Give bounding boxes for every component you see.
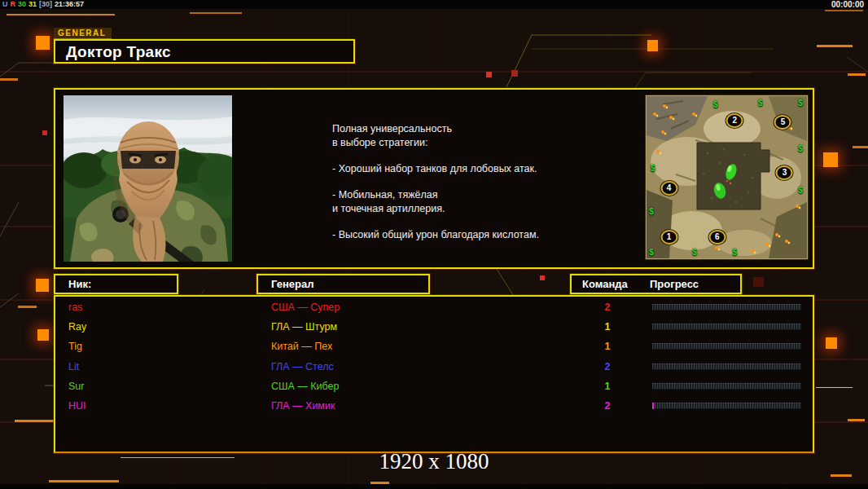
decor-square (823, 152, 838, 167)
general-description: Полная универсальностьв выборе стратегии… (332, 122, 625, 242)
start-position-marker: 1 (660, 230, 677, 244)
player-row: TigКитай — Пех1 (54, 337, 814, 357)
progress-bar (651, 342, 802, 350)
status-segment: 21:36:57 (55, 0, 84, 8)
general-name: Доктор Тракс (55, 41, 353, 61)
resource-icon: $ (798, 186, 803, 195)
decor-square (511, 70, 518, 77)
resource-icon: $ (758, 98, 763, 107)
bottom-letterbox-bar (0, 484, 868, 489)
column-header-nick-box: Ник: (54, 274, 178, 294)
player-general: ГЛА — Химик (271, 400, 335, 412)
start-position-marker: 5 (774, 115, 791, 130)
status-segment: R (11, 0, 16, 8)
player-row: SurСША — Кибер1 (54, 377, 814, 397)
player-team: 2 (598, 400, 617, 412)
player-general: США — Кибер (271, 381, 339, 392)
status-segment: 30 (18, 0, 26, 8)
decor-square (486, 72, 492, 77)
progress-bar-fill (652, 403, 654, 409)
decor-square (826, 337, 837, 349)
column-header-team: Команда (582, 275, 628, 290)
progress-bar (651, 402, 802, 410)
player-row: rasСША — Супер2 (54, 298, 814, 318)
progress-bar (651, 382, 802, 390)
player-team: 1 (598, 321, 617, 333)
description-line: - Хороший набор танков для лобовых атак. (332, 162, 625, 176)
general-portrait (64, 95, 232, 262)
status-segment: U (2, 0, 8, 8)
player-row: HUIГЛА — Химик2 (54, 397, 814, 416)
resource-icon: $ (651, 163, 655, 172)
resolution-label: 1920 x 1080 (0, 449, 868, 474)
player-row: LitГЛА — Стелс2 (54, 358, 814, 377)
decor-square (647, 40, 658, 51)
player-general: ГЛА — Штурм (271, 321, 337, 333)
general-tag-label: GENERAL (54, 28, 112, 39)
resource-icon: $ (692, 248, 697, 257)
progress-bar (651, 303, 802, 311)
column-header-general-box: Генерал (256, 274, 430, 294)
resource-icon: $ (798, 98, 803, 107)
resource-icon: $ (798, 143, 803, 152)
player-nick: Lit (68, 361, 79, 372)
player-nick: ras (68, 302, 82, 313)
player-general: Китай — Пех (271, 341, 332, 352)
player-team: 2 (598, 361, 617, 372)
status-segment: 31 (28, 0, 37, 8)
player-rows: rasСША — Супер2RayГЛА — Штурм1TigКитай —… (54, 298, 814, 416)
progress-bar (651, 323, 802, 331)
description-line: и точечная артиллерия. (332, 202, 625, 216)
resource-icon: $ (649, 248, 654, 257)
column-header-general: Генерал (271, 275, 313, 290)
column-header-team-progress-box: Команда Прогресс (570, 274, 742, 294)
player-row: RayГЛА — Штурм1 (54, 318, 814, 337)
player-nick: Sur (68, 381, 84, 392)
general-name-box: Доктор Тракс (54, 39, 355, 64)
minimap: 123456$$$$$$$$$$ (646, 95, 808, 259)
decor-square (37, 329, 49, 341)
top-letterbox-bar (0, 0, 868, 9)
start-position-marker: 2 (726, 113, 743, 128)
match-timer: 00:00:00 (831, 0, 864, 9)
player-team: 1 (598, 341, 617, 352)
decor-square (36, 279, 49, 292)
start-position-marker: 4 (660, 181, 677, 196)
network-status-overlay: UR3031[30]21:36:57 (2, 0, 86, 8)
resource-icon: $ (713, 99, 718, 108)
decor-square (42, 130, 47, 135)
status-segment: [30] (39, 0, 52, 8)
player-team: 1 (598, 381, 617, 392)
column-header-progress: Прогресс (650, 275, 699, 290)
loading-screen: UR3031[30]21:36:57 00:00:00 GENERAL Докт… (0, 0, 868, 489)
resource-icon: $ (733, 248, 738, 257)
player-general: США — Супер (271, 302, 340, 313)
description-line: в выборе стратегии: (332, 136, 625, 150)
description-line: Полная универсальность (332, 122, 625, 136)
decor-square (540, 275, 545, 280)
progress-bar (651, 363, 802, 371)
description-line: - Высокий общий урон благодаря кислотам. (332, 228, 625, 242)
player-general: ГЛА — Стелс (271, 361, 334, 372)
decor-square (36, 36, 50, 50)
player-nick: Ray (68, 321, 86, 333)
resource-icon: $ (649, 207, 654, 216)
start-position-marker: 6 (708, 230, 726, 244)
player-team: 2 (598, 302, 617, 313)
decor-square (753, 277, 764, 287)
column-header-nick: Ник: (68, 275, 91, 290)
start-position-marker: 3 (776, 165, 793, 180)
description-line: - Мобильная, тяжёлая (332, 188, 625, 202)
player-nick: Tig (68, 341, 82, 352)
player-nick: HUI (68, 400, 86, 412)
